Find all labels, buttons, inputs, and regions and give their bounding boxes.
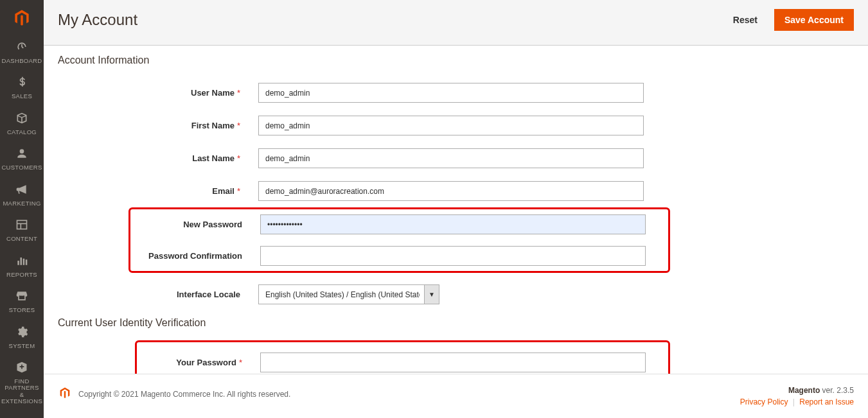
footer-version: Magento ver. 2.3.5: [740, 386, 854, 395]
save-account-button[interactable]: Save Account: [774, 9, 854, 31]
person-icon: [0, 147, 44, 163]
input-email[interactable]: [258, 181, 644, 201]
row-locale: Interface Locale English (United States)…: [58, 284, 854, 304]
sidebar-item-partners[interactable]: FIND PARTNERS & EXTENSIONS: [0, 356, 44, 412]
sidebar-label: DASHBOARD: [0, 58, 44, 64]
input-username[interactable]: [258, 83, 644, 103]
label-email: Email*: [58, 186, 258, 196]
row-newpassword: New Password: [130, 214, 668, 234]
input-lastname[interactable]: [258, 148, 644, 168]
page-header: My Account Reset Save Account: [44, 0, 868, 46]
sidebar-item-stores[interactable]: STORES: [0, 284, 44, 320]
input-confirmpassword[interactable]: [260, 246, 646, 266]
svg-rect-0: [17, 221, 27, 229]
reset-button[interactable]: Reset: [723, 9, 768, 31]
megaphone-icon: [0, 183, 44, 199]
label-newpassword: New Password: [130, 220, 260, 229]
puzzle-icon: [0, 361, 44, 377]
storefront-icon: [0, 290, 44, 306]
label-username: User Name*: [58, 88, 258, 98]
sidebar-item-catalog[interactable]: CATALOG: [0, 107, 44, 142]
input-firstname[interactable]: [258, 116, 644, 135]
link-report-issue[interactable]: Report an Issue: [799, 397, 854, 406]
input-yourpassword[interactable]: [260, 353, 646, 372]
sidebar-label: CUSTOMERS: [0, 164, 44, 171]
row-yourpassword: Your Password*: [137, 353, 668, 372]
sidebar-label: SYSTEM: [0, 343, 44, 349]
sidebar-item-system[interactable]: SYSTEM: [0, 320, 44, 356]
header-actions: Reset Save Account: [723, 9, 854, 31]
dollar-icon: [0, 76, 44, 92]
row-username: User Name*: [58, 83, 854, 103]
magento-logo[interactable]: [0, 0, 44, 35]
footer-right: Magento ver. 2.3.5 Privacy Policy | Repo…: [740, 386, 854, 406]
row-email: Email*: [58, 181, 854, 201]
input-newpassword[interactable]: [260, 214, 646, 234]
label-firstname: First Name*: [58, 121, 258, 130]
footer-left: Copyright © 2021 Magento Commerce Inc. A…: [58, 386, 290, 402]
select-locale-wrap: English (United States) / English (Unite…: [258, 284, 439, 304]
page-footer: Copyright © 2021 Magento Commerce Inc. A…: [44, 374, 868, 418]
required-star: *: [237, 153, 240, 163]
dashboard-icon: [0, 40, 44, 57]
sidebar-label: REPORTS: [0, 272, 44, 278]
section-account-info: Account Information: [58, 55, 854, 66]
sidebar-label: CATALOG: [0, 129, 44, 135]
select-locale[interactable]: English (United States) / English (Unite…: [258, 284, 439, 304]
layout-icon: [0, 218, 44, 234]
label-yourpassword: Your Password*: [137, 358, 260, 367]
highlight-password-box: New Password Password Confirmation: [128, 207, 670, 273]
sidebar-item-customers[interactable]: CUSTOMERS: [0, 142, 44, 177]
main-content: My Account Reset Save Account Account In…: [44, 0, 868, 405]
sidebar-item-marketing[interactable]: MARKETING: [0, 178, 44, 213]
page-title: My Account: [58, 11, 137, 29]
label-locale: Interface Locale: [58, 290, 258, 299]
required-star: *: [237, 186, 240, 196]
row-lastname: Last Name*: [58, 148, 854, 168]
sidebar-item-dashboard[interactable]: DASHBOARD: [0, 35, 44, 71]
sidebar-label: SALES: [0, 93, 44, 100]
link-privacy-policy[interactable]: Privacy Policy: [740, 397, 788, 406]
required-star: *: [237, 121, 240, 130]
sidebar-item-content[interactable]: CONTENT: [0, 213, 44, 248]
footer-sep: |: [793, 397, 795, 406]
sidebar-label: FIND PARTNERS & EXTENSIONS: [0, 378, 44, 405]
row-firstname: First Name*: [58, 116, 854, 135]
row-confirmpassword: Password Confirmation: [130, 246, 668, 266]
gear-icon: [0, 326, 44, 342]
box-icon: [0, 112, 44, 128]
required-star: *: [239, 358, 242, 367]
magento-logo-footer: [58, 386, 72, 402]
sidebar-label: STORES: [0, 307, 44, 313]
section-identity: Current User Identity Verification: [58, 317, 854, 329]
content-area: Account Information User Name* First Nam…: [44, 46, 868, 405]
label-lastname: Last Name*: [58, 153, 258, 163]
required-star: *: [237, 88, 240, 98]
sidebar-item-sales[interactable]: SALES: [0, 71, 44, 106]
sidebar-label: CONTENT: [0, 236, 44, 242]
label-confirmpassword: Password Confirmation: [130, 251, 260, 261]
sidebar-item-reports[interactable]: REPORTS: [0, 249, 44, 284]
sidebar-label: MARKETING: [0, 200, 44, 207]
footer-copyright: Copyright © 2021 Magento Commerce Inc. A…: [78, 390, 290, 399]
admin-sidebar: DASHBOARD SALES CATALOG CUSTOMERS MARKET…: [0, 0, 44, 418]
barchart-icon: [0, 254, 44, 270]
